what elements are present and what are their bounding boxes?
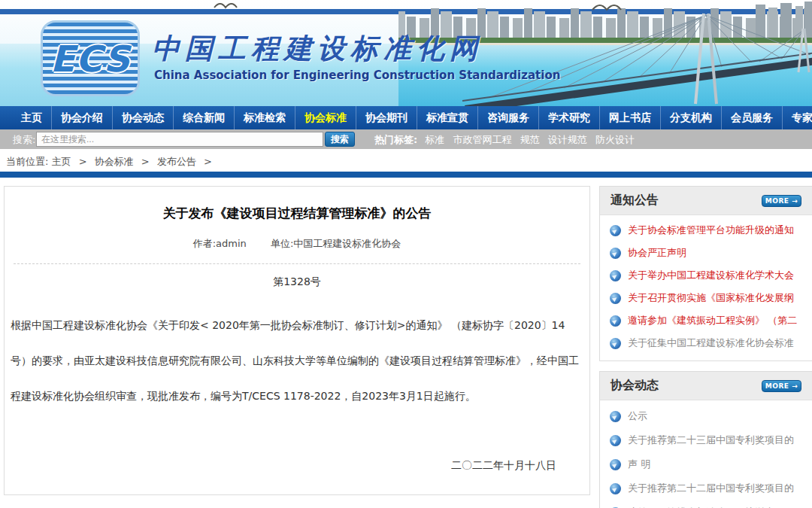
list-item[interactable]: 关于召开贯彻实施《国家标准化发展纲 (600, 287, 812, 309)
list-item[interactable]: 关于推荐第二十二届中国专利奖项目的 (600, 476, 812, 500)
nav-item-journal[interactable]: 协会期刊 (356, 106, 417, 129)
nav-item-general-news[interactable]: 综合新闻 (173, 106, 234, 129)
globe-arrow-icon (610, 315, 621, 327)
nav-item-experts[interactable]: 专家库 (782, 106, 812, 129)
nav-item-consulting[interactable]: 咨询服务 (477, 106, 538, 129)
breadcrumb-separator: > (79, 156, 87, 167)
breadcrumb-association-standards[interactable]: 协会标准 (95, 156, 134, 167)
globe-arrow-icon (610, 270, 621, 281)
nav-item-home[interactable]: 主页 (12, 106, 51, 129)
notice-panel: 通知公告 MORE → 关于协会标准管理平台功能升级的通知 协会严正声明 关于举… (599, 186, 812, 361)
site-subtitle: China Association for Engineering Constr… (154, 68, 560, 82)
list-item[interactable]: 公示 (600, 404, 812, 428)
nav-item-association-news[interactable]: 协会动态 (112, 106, 173, 129)
search-input[interactable] (36, 132, 323, 147)
search-bar: 搜索: 搜索 热门标签: 标准 市政管网工程 规范 设计规范 防火设计 (0, 129, 812, 149)
notice-panel-header: 通知公告 MORE → (600, 187, 812, 215)
globe-arrow-icon (610, 338, 621, 349)
article-meta: 作者:admin 单位:中国工程建设标准化协会 (5, 237, 589, 251)
article-author: 作者:admin (193, 238, 247, 249)
association-news-more-button[interactable]: MORE → (762, 380, 801, 392)
main-nav: 主页 协会介绍 协会动态 综合新闻 标准检索 协会标准 协会期刊 标准宣贯 咨询… (0, 106, 812, 129)
list-item[interactable]: 关于推荐第二十三届中国专利奖项目的 (600, 428, 812, 452)
list-item[interactable]: 邀请参加《建筑振动工程实例》 （第二 (600, 309, 812, 332)
article-title: 关于发布《建设项目过程结算管理标准》的公告 (5, 205, 589, 222)
notice-panel-title: 通知公告 (611, 193, 659, 208)
list-item[interactable]: 协会严正声明 (600, 242, 812, 264)
notice-list: 关于协会标准管理平台功能升级的通知 协会严正声明 关于举办中国工程建设标准化学术… (600, 215, 812, 354)
association-news-title: 协会动态 (611, 378, 659, 394)
article-unit: 单位:中国工程建设标准化协会 (271, 238, 401, 249)
list-item[interactable]: 关于协会标准管理平台功能升级的通知 (600, 219, 812, 242)
search-label: 搜索: (13, 133, 35, 147)
breadcrumb-separator: > (204, 156, 212, 167)
association-news-list: 公示 关于推荐第二十三届中国专利奖项目的 声 明 关于推荐第二十二届中国专利奖项… (600, 400, 812, 508)
search-button[interactable]: 搜索 (325, 132, 355, 147)
globe-arrow-icon (610, 435, 621, 446)
blue-divider-bar (0, 172, 812, 178)
globe-arrow-icon (610, 459, 621, 470)
hot-tag[interactable]: 防火设计 (595, 134, 635, 145)
ecs-logo-text: ECS (50, 38, 130, 80)
breadcrumb-label: 当前位置: (6, 156, 48, 167)
ecs-logo: ECS (41, 20, 140, 96)
globe-arrow-icon (610, 411, 621, 422)
article-doc-number: 第1328号 (5, 275, 589, 289)
notice-more-button[interactable]: MORE → (762, 195, 801, 207)
hot-tag[interactable]: 设计规范 (548, 134, 587, 145)
article-panel: 关于发布《建设项目过程结算管理标准》的公告 作者:admin 单位:中国工程建设… (4, 186, 590, 495)
site-title: 中国工程建设标准化网 (152, 30, 483, 68)
nav-item-association-standards[interactable]: 协会标准 (295, 106, 356, 129)
list-item[interactable]: 关于举办中国工程建设标准化学术大会 (600, 264, 812, 287)
article-body: 根据中国工程建设标准化协会《关于印发< 2020年第一批协会标准制订、修订计划>… (11, 308, 582, 414)
article-date: 二〇二二年十月十八日 (5, 459, 589, 473)
site-banner: ECS 中国工程建设标准化网 China Association for Eng… (0, 0, 812, 106)
globe-arrow-icon (610, 225, 621, 236)
nav-item-standard-search[interactable]: 标准检索 (234, 106, 295, 129)
association-news-header: 协会动态 MORE → (600, 372, 812, 400)
hot-tags-label: 热门标签: (374, 134, 417, 145)
breadcrumb-home[interactable]: 主页 (52, 156, 71, 167)
globe-arrow-icon (610, 248, 621, 259)
list-item[interactable]: 建筑工程给排水与消防管理培训班（预 (600, 500, 812, 508)
nav-item-membership[interactable]: 会员服务 (721, 106, 782, 129)
list-item[interactable]: 关于征集中国工程建设标准化协会标准 (600, 332, 812, 354)
list-item[interactable]: 声 明 (600, 452, 812, 476)
nav-item-academic-research[interactable]: 学术研究 (538, 106, 599, 129)
breadcrumb-separator: > (141, 156, 150, 167)
nav-item-standard-promotion[interactable]: 标准宣贯 (417, 106, 477, 129)
nav-item-bookstore[interactable]: 网上书店 (599, 106, 660, 129)
hot-tag[interactable]: 规范 (520, 134, 540, 145)
nav-item-about[interactable]: 协会介绍 (51, 106, 112, 129)
globe-arrow-icon (610, 483, 621, 494)
hot-tag[interactable]: 市政管网工程 (453, 134, 511, 145)
globe-arrow-icon (610, 293, 621, 304)
hot-tag[interactable]: 标准 (425, 134, 444, 145)
breadcrumb-announcements[interactable]: 发布公告 (157, 156, 196, 167)
breadcrumb: 当前位置: 主页 > 协会标准 > 发布公告 > (6, 155, 217, 169)
association-news-panel: 协会动态 MORE → 公示 关于推荐第二十三届中国专利奖项目的 声 明 关于推… (599, 371, 812, 508)
dashed-divider (14, 263, 580, 264)
nav-item-branches[interactable]: 分支机构 (660, 106, 721, 129)
hot-tags: 热门标签: 标准 市政管网工程 规范 设计规范 防火设计 (374, 133, 640, 147)
